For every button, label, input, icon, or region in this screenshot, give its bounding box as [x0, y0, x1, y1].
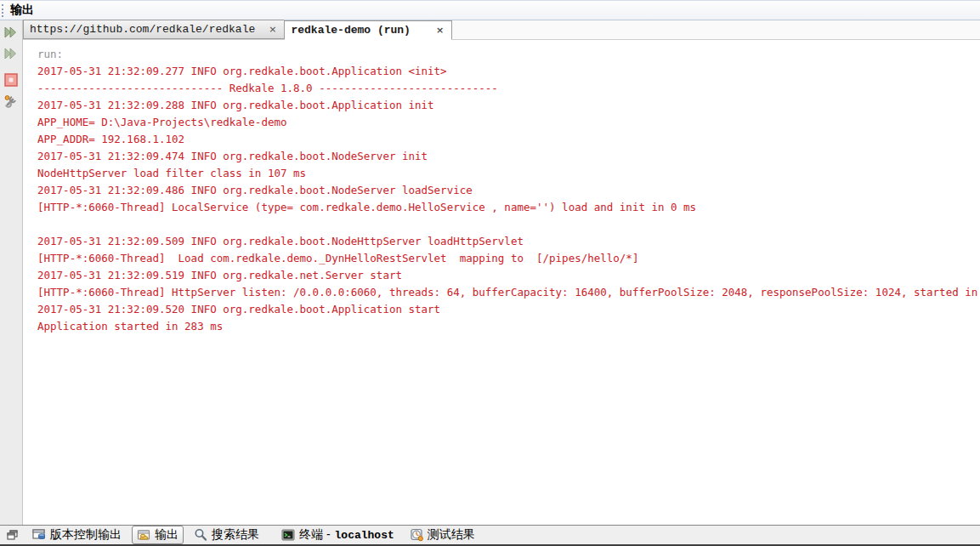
test-results-label: 测试结果 — [428, 527, 475, 543]
vcs-output-label: 版本控制输出 — [50, 527, 122, 543]
build-settings-button[interactable] — [2, 92, 20, 111]
terminal-label: 终端 - — [299, 527, 331, 543]
console-line: run: — [37, 46, 977, 63]
console-line: NodeHttpServer load filter class in 107 … — [37, 165, 977, 182]
console-output[interactable]: run:2017-05-31 21:32:09.277 INFO org.red… — [23, 40, 980, 525]
console-line: 2017-05-31 21:32:09.277 INFO org.redkale… — [37, 63, 977, 80]
console-line: ----------------------------- Redkale 1.… — [37, 80, 977, 97]
console-line: 2017-05-31 21:32:09.486 INFO org.redkale… — [37, 182, 977, 199]
console-line: 2017-05-31 21:32:09.474 INFO org.redkale… — [37, 148, 977, 165]
test-results-icon — [410, 528, 423, 542]
output-tab-button[interactable]: 输出 — [132, 526, 184, 544]
output-tabbar: https://github.com/redkale/redkale × red… — [23, 20, 980, 40]
console-line: 2017-05-31 21:32:09.288 INFO org.redkale… — [37, 97, 977, 114]
console-line: APP_HOME= D:\Java-Projects\redkale-demo — [37, 114, 977, 131]
terminal-button[interactable]: 终端 - localhost — [276, 526, 399, 544]
console-line: APP_ADDR= 192.168.1.102 — [37, 131, 977, 148]
tab-github-redkale[interactable]: https://github.com/redkale/redkale × — [23, 20, 284, 39]
rerun-icon — [4, 26, 18, 39]
window-group-bar: 版本控制输出 输出 搜索结果 — [0, 525, 980, 546]
terminal-icon — [281, 528, 295, 542]
tab-redkale-demo-run[interactable]: redkale-demo (run) × — [284, 20, 452, 40]
restore-group-button[interactable] — [3, 527, 22, 543]
search-icon — [194, 528, 207, 542]
drag-handle[interactable] — [2, 4, 5, 17]
tab-label: redkale-demo (run) — [291, 24, 410, 37]
stop-button[interactable] — [2, 71, 20, 89]
console-line: [HTTP-*:6060-Thread] HttpServer listen: … — [37, 284, 977, 301]
titlebar: 输出 — [0, 1, 980, 20]
output-window: 输出 — [0, 0, 980, 546]
output-toolbar — [0, 20, 23, 525]
vcs-output-button[interactable]: 版本控制输出 — [27, 526, 127, 544]
console-line — [37, 216, 977, 233]
rerun-button[interactable] — [2, 23, 20, 42]
restore-window-icon — [7, 529, 19, 541]
search-results-button[interactable]: 搜索结果 — [189, 526, 264, 544]
terminal-host-label: localhost — [335, 529, 394, 542]
build-settings-icon — [4, 94, 18, 108]
stop-icon — [4, 73, 18, 87]
console-line: [HTTP-*:6060-Thread] LocalService (type=… — [37, 199, 977, 216]
output-window-icon — [137, 528, 150, 542]
rerun-with-params-button[interactable] — [2, 44, 20, 63]
test-results-button[interactable]: 测试结果 — [405, 526, 480, 544]
close-icon[interactable]: × — [267, 25, 278, 34]
window-title: 输出 — [10, 3, 34, 18]
close-icon[interactable]: × — [434, 26, 445, 35]
output-tab-label: 输出 — [155, 527, 178, 543]
vcs-output-icon — [32, 528, 46, 542]
console-line: [HTTP-*:6060-Thread] Load com.redkale.de… — [37, 250, 977, 267]
search-results-label: 搜索结果 — [212, 527, 259, 543]
console-line: 2017-05-31 21:32:09.520 INFO org.redkale… — [37, 301, 977, 318]
tab-label: https://github.com/redkale/redkale — [30, 23, 255, 36]
console-line: 2017-05-31 21:32:09.519 INFO org.redkale… — [37, 267, 977, 284]
console-line: 2017-05-31 21:32:09.509 INFO org.redkale… — [37, 233, 977, 250]
rerun-alt-icon — [4, 47, 18, 60]
console-line: Application started in 283 ms — [37, 318, 977, 335]
